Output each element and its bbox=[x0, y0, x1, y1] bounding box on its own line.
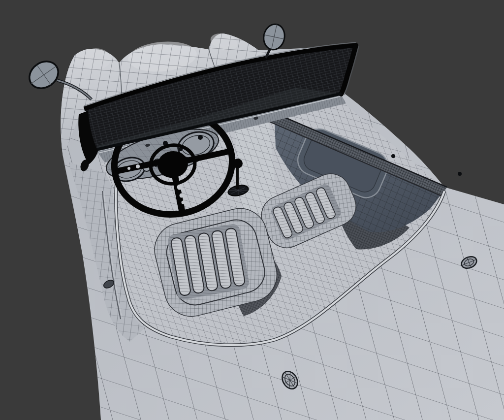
pleat-ribs bbox=[167, 223, 250, 301]
deck-rivet bbox=[458, 172, 462, 176]
spoke-hole bbox=[180, 194, 184, 198]
viewport-canvas bbox=[0, 0, 504, 420]
spoke-hole bbox=[136, 164, 140, 168]
driver-seat-pleats bbox=[167, 223, 250, 301]
viewport-3d[interactable] bbox=[0, 0, 504, 420]
dash-knob-2 bbox=[198, 135, 203, 140]
spoke-hole bbox=[177, 185, 183, 190]
spoke-hole bbox=[182, 201, 185, 204]
gear-lever-knob bbox=[233, 159, 243, 168]
rail-rivet bbox=[391, 154, 395, 158]
gear-lever-stick bbox=[236, 166, 239, 189]
spoke-hole bbox=[127, 167, 130, 170]
